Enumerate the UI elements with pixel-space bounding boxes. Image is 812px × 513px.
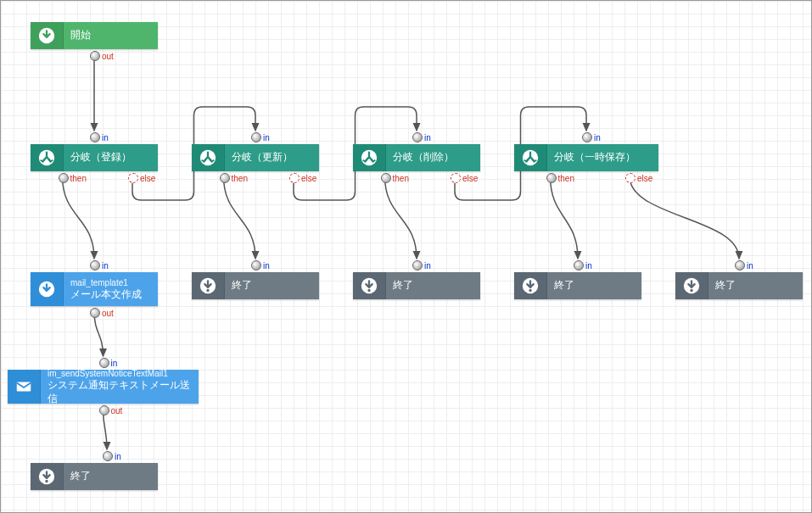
task-icon	[31, 272, 64, 306]
port-label: in	[594, 133, 601, 142]
port-label: else	[462, 174, 478, 183]
port-mail-in[interactable]: in	[90, 260, 109, 270]
node-b1[interactable]: 分岐（登録）	[31, 144, 158, 171]
port-end2-in[interactable]: in	[251, 260, 270, 270]
port-dot[interactable]	[289, 173, 300, 183]
port-dot[interactable]	[220, 173, 230, 183]
node-end3[interactable]: 終了	[353, 272, 480, 299]
port-label: out	[102, 52, 114, 61]
node-title: 終了	[554, 279, 635, 293]
node-title: 終了	[393, 279, 473, 293]
port-b3-else[interactable]: else	[451, 173, 478, 183]
node-start[interactable]: 開始	[31, 22, 158, 49]
port-label: then	[558, 174, 574, 183]
node-title: 終了	[70, 470, 151, 483]
port-label: else	[301, 174, 316, 183]
node-title: 分岐（一時保存）	[554, 151, 652, 164]
port-b1-else[interactable]: else	[128, 173, 155, 183]
node-mail[interactable]: mail_template1メール本文作成	[31, 272, 158, 306]
port-b1-then[interactable]: then	[59, 173, 87, 183]
port-end3-in[interactable]: in	[412, 260, 431, 270]
end-icon	[31, 463, 64, 490]
port-send-in[interactable]: in	[99, 358, 118, 368]
port-dot[interactable]	[90, 260, 100, 270]
port-end5-in[interactable]: in	[735, 260, 753, 270]
node-b4[interactable]: 分岐（一時保存）	[514, 144, 658, 171]
node-body: 分岐（登録）	[64, 144, 158, 171]
port-dot[interactable]	[251, 132, 261, 142]
node-end4[interactable]: 終了	[514, 272, 641, 299]
node-subtitle: im_sendSystemNoticeTextMail1	[48, 368, 192, 379]
svg-point-14	[529, 289, 531, 292]
port-dot[interactable]	[381, 173, 391, 183]
edge-b4-else-to-end5-in	[630, 176, 739, 259]
node-title: 分岐（登録）	[70, 151, 151, 164]
port-label: in	[102, 133, 109, 142]
node-title: 終了	[232, 279, 312, 293]
node-body: 終了	[64, 463, 158, 490]
port-label: in	[424, 133, 431, 142]
node-body: im_sendSystemNoticeTextMail1システム通知テキストメー…	[41, 370, 199, 404]
node-end1[interactable]: 終了	[31, 463, 158, 490]
port-b2-in[interactable]: in	[251, 132, 270, 142]
node-send[interactable]: im_sendSystemNoticeTextMail1システム通知テキストメー…	[8, 370, 199, 404]
port-dot[interactable]	[412, 132, 423, 142]
port-dot[interactable]	[582, 132, 592, 142]
port-dot[interactable]	[99, 405, 109, 415]
port-dot[interactable]	[735, 260, 745, 270]
port-b3-in[interactable]: in	[412, 132, 431, 142]
port-label: in	[263, 133, 270, 142]
port-b1-in[interactable]: in	[90, 132, 109, 142]
port-send-out[interactable]: out	[99, 405, 123, 415]
branch-icon	[353, 144, 386, 171]
node-title: 分岐（更新）	[232, 151, 312, 164]
port-b4-else[interactable]: else	[625, 173, 652, 183]
end-icon	[353, 272, 386, 299]
node-b2[interactable]: 分岐（更新）	[192, 144, 319, 171]
end-icon	[514, 272, 547, 299]
port-dot[interactable]	[103, 451, 113, 461]
svg-point-16	[690, 289, 692, 292]
node-title: 分岐（削除）	[393, 151, 473, 164]
port-label: out	[102, 309, 114, 318]
port-dot[interactable]	[90, 308, 100, 318]
port-dot[interactable]	[90, 132, 100, 142]
port-b4-in[interactable]: in	[582, 132, 601, 142]
port-label: in	[585, 261, 592, 270]
node-end5[interactable]: 終了	[675, 272, 803, 299]
port-b4-then[interactable]: then	[546, 173, 574, 183]
port-dot[interactable]	[251, 260, 261, 270]
port-end4-in[interactable]: in	[574, 260, 592, 270]
node-body: mail_template1メール本文作成	[64, 272, 158, 306]
port-start-out[interactable]: out	[90, 51, 114, 61]
port-label: in	[747, 261, 753, 270]
port-dot[interactable]	[574, 260, 584, 270]
port-dot[interactable]	[451, 173, 461, 183]
port-dot[interactable]	[412, 260, 423, 270]
node-body: 分岐（更新）	[225, 144, 319, 171]
port-dot[interactable]	[59, 173, 69, 183]
edge-b1-then-to-mail-in	[63, 176, 95, 259]
port-dot[interactable]	[90, 51, 100, 61]
port-dot[interactable]	[128, 173, 138, 183]
svg-point-12	[367, 289, 370, 292]
node-title: システム通知テキストメール送信	[48, 379, 192, 405]
node-b3[interactable]: 分岐（削除）	[353, 144, 480, 171]
node-title: 開始	[70, 29, 151, 42]
port-b2-then[interactable]: then	[220, 173, 248, 183]
port-end1-in[interactable]: in	[103, 451, 121, 461]
port-dot[interactable]	[625, 173, 636, 183]
port-b3-then[interactable]: then	[381, 173, 409, 183]
node-body: 終了	[708, 272, 803, 299]
end-icon	[192, 272, 225, 299]
port-b2-else[interactable]: else	[289, 173, 316, 183]
node-body: 終了	[225, 272, 319, 299]
port-dot[interactable]	[99, 358, 109, 368]
node-title: メール本文作成	[70, 288, 151, 302]
node-end2[interactable]: 終了	[192, 272, 319, 299]
flow-canvas[interactable]: 開始分岐（登録）分岐（更新）分岐（削除）分岐（一時保存）mail_templat…	[0, 0, 812, 513]
port-dot[interactable]	[546, 173, 557, 183]
port-label: in	[263, 261, 270, 270]
node-subtitle: mail_template1	[70, 277, 151, 288]
port-mail-out[interactable]: out	[90, 308, 114, 318]
